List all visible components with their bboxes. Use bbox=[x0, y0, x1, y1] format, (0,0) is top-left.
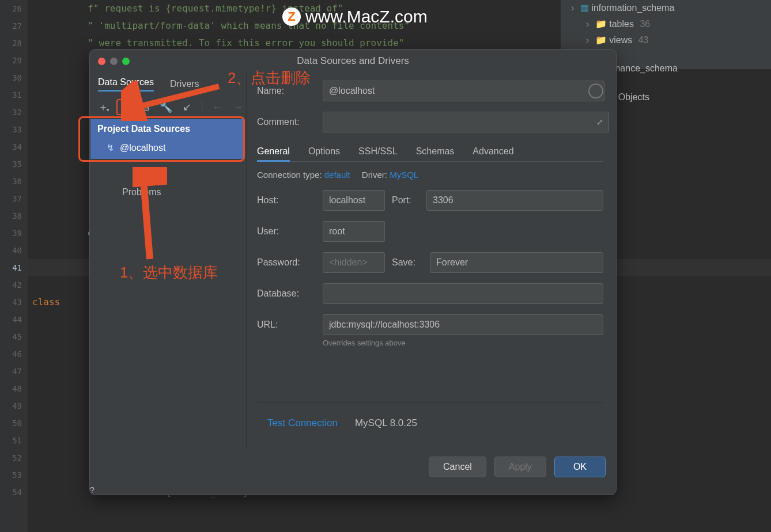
line-number: 28 bbox=[0, 35, 28, 52]
line-number: 45 bbox=[0, 328, 28, 345]
driver-version: MySQL 8.0.25 bbox=[355, 417, 417, 429]
make-global-icon[interactable]: ↙ bbox=[179, 99, 195, 115]
dialog-button-bar: Cancel Apply OK bbox=[90, 449, 616, 485]
connection-type-label: Connection type: bbox=[257, 170, 322, 180]
watermark-text: www.MacZ.com bbox=[305, 7, 428, 26]
forward-icon[interactable]: → bbox=[230, 99, 246, 115]
line-number: 42 bbox=[0, 276, 28, 294]
cancel-button[interactable]: Cancel bbox=[429, 457, 486, 477]
save-select[interactable]: Forever bbox=[430, 252, 603, 273]
line-number: 32 bbox=[0, 104, 28, 121]
dialog-sidebar: Data Sources Drivers ＋▾ − ⧉ 🔧 ↙ ← → Proj… bbox=[90, 73, 247, 449]
line-number: 29 bbox=[0, 52, 28, 69]
line-number: 26 bbox=[0, 0, 28, 17]
line-number: 31 bbox=[0, 86, 28, 104]
chevron-right-icon: › bbox=[571, 3, 574, 13]
dialog-title-text: Data Sources and Drivers bbox=[297, 55, 409, 66]
db-server-objects[interactable]: r Objects bbox=[613, 92, 771, 102]
expand-icon[interactable]: ⤢ bbox=[596, 117, 603, 127]
port-label: Port: bbox=[392, 195, 419, 206]
add-icon[interactable]: ＋▾ bbox=[96, 99, 112, 115]
watermark: Z www.MacZ.com bbox=[282, 7, 428, 26]
maximize-icon[interactable] bbox=[122, 58, 130, 65]
line-number: 49 bbox=[0, 397, 28, 415]
wrench-icon[interactable]: 🔧 bbox=[158, 99, 174, 115]
save-label: Save: bbox=[392, 257, 423, 268]
sidebar-selection-highlight: Project Data Sources ↯ @localhost bbox=[78, 116, 245, 162]
line-number: 43 bbox=[0, 294, 28, 311]
sidebar-item-label: @localhost bbox=[120, 143, 165, 153]
db-item-views[interactable]: › 📁 views 43 bbox=[561, 32, 771, 48]
line-number: 41 bbox=[0, 259, 28, 276]
user-input[interactable]: root bbox=[323, 221, 385, 242]
line-number: 46 bbox=[0, 345, 28, 363]
database-label: Database: bbox=[257, 288, 316, 299]
name-label: Name: bbox=[257, 86, 316, 96]
db-item-tables[interactable]: › 📁 tables 36 bbox=[561, 16, 771, 32]
tab-options[interactable]: Options bbox=[308, 146, 340, 158]
chevron-right-icon: › bbox=[586, 35, 589, 45]
comment-label: Comment: bbox=[257, 117, 316, 127]
apply-button[interactable]: Apply bbox=[494, 457, 546, 477]
dialog-titlebar: Data Sources and Drivers bbox=[90, 50, 616, 73]
line-number: 52 bbox=[0, 449, 28, 466]
driver-label: Driver: bbox=[362, 170, 387, 180]
watermark-logo-icon: Z bbox=[282, 7, 301, 26]
sidebar-toolbar: ＋▾ − ⧉ 🔧 ↙ ← → bbox=[90, 96, 246, 119]
line-number: 47 bbox=[0, 363, 28, 380]
form-tabs: General Options SSH/SSL Schemas Advanced bbox=[257, 146, 603, 162]
dialog-form: Name: @localhost Comment: ⤢ General Opti… bbox=[247, 73, 616, 449]
line-number: 35 bbox=[0, 155, 28, 173]
minimize-icon[interactable] bbox=[110, 58, 118, 65]
password-label: Password: bbox=[257, 257, 316, 268]
chevron-right-icon: › bbox=[586, 19, 589, 29]
back-icon[interactable]: ← bbox=[209, 99, 225, 115]
data-sources-dialog: Data Sources and Drivers Data Sources Dr… bbox=[89, 49, 617, 495]
line-number: 33 bbox=[0, 121, 28, 138]
datasource-icon: ↯ bbox=[107, 142, 114, 153]
name-input[interactable]: @localhost bbox=[323, 81, 604, 101]
line-number: 53 bbox=[0, 466, 28, 484]
line-number: 48 bbox=[0, 380, 28, 397]
tab-schemas[interactable]: Schemas bbox=[416, 146, 455, 158]
line-number: 40 bbox=[0, 242, 28, 259]
tab-ssh-ssl[interactable]: SSH/SSL bbox=[358, 146, 398, 158]
host-label: Host: bbox=[257, 195, 316, 206]
line-number: 44 bbox=[0, 311, 28, 328]
line-number: 51 bbox=[0, 432, 28, 449]
url-input[interactable]: jdbc:mysql://localhost:3306 bbox=[323, 314, 603, 335]
ok-button[interactable]: OK bbox=[554, 457, 606, 477]
editor-gutter: 2627282930313233343536373839404142434445… bbox=[0, 0, 28, 532]
tab-advanced[interactable]: Advanced bbox=[473, 146, 513, 158]
url-label: URL: bbox=[257, 320, 316, 330]
sidebar-section-problems[interactable]: Problems bbox=[90, 162, 246, 197]
db-item-information-schema[interactable]: › ▦ information_schema bbox=[561, 0, 771, 16]
copy-icon[interactable]: ⧉ bbox=[137, 99, 153, 115]
host-input[interactable]: localhost bbox=[323, 190, 385, 211]
dialog-footer: Test Connection MySQL 8.0.25 bbox=[257, 402, 603, 443]
remove-icon[interactable]: − bbox=[116, 99, 133, 115]
user-label: User: bbox=[257, 226, 316, 237]
url-hint: Overrides settings above bbox=[323, 339, 603, 347]
tab-drivers[interactable]: Drivers bbox=[170, 79, 199, 89]
port-input[interactable]: 3306 bbox=[426, 190, 603, 211]
sidebar-item-localhost[interactable]: ↯ @localhost bbox=[90, 139, 243, 159]
sidebar-section-project-data-sources: Project Data Sources bbox=[90, 119, 243, 139]
driver-link[interactable]: MySQL bbox=[390, 170, 418, 180]
color-picker-icon[interactable] bbox=[588, 83, 603, 98]
line-number: 34 bbox=[0, 138, 28, 155]
test-connection-link[interactable]: Test Connection bbox=[267, 417, 338, 429]
line-number: 38 bbox=[0, 207, 28, 225]
database-input[interactable] bbox=[323, 283, 603, 304]
comment-input[interactable] bbox=[323, 112, 609, 132]
line-number: 37 bbox=[0, 190, 28, 207]
connection-type-link[interactable]: default bbox=[324, 170, 350, 180]
db-item-performance-schema[interactable]: mance_schema bbox=[613, 63, 771, 74]
password-input[interactable]: <hidden> bbox=[323, 252, 385, 273]
close-icon[interactable] bbox=[98, 58, 105, 65]
tab-general[interactable]: General bbox=[257, 146, 290, 162]
line-number: 36 bbox=[0, 173, 28, 190]
help-icon[interactable]: ? bbox=[90, 485, 616, 495]
line-number: 39 bbox=[0, 225, 28, 242]
tab-data-sources[interactable]: Data Sources bbox=[98, 77, 154, 92]
